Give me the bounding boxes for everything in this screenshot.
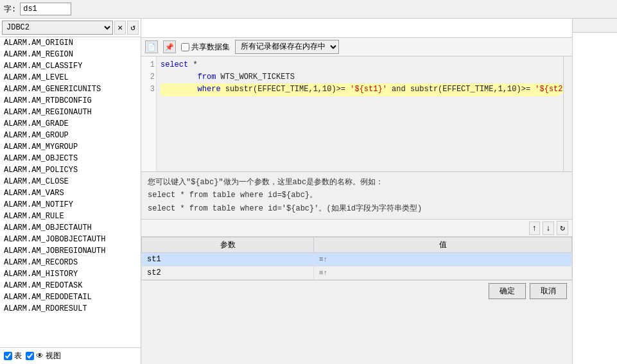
- table-item[interactable]: ALARM.AM_OBJECTAUTH: [0, 222, 141, 234]
- cancel-button[interactable]: 取消: [530, 283, 567, 299]
- table-item[interactable]: ALARM.AM_OBJECTS: [0, 153, 141, 164]
- table-item[interactable]: ALARM.AM_GRADE: [0, 118, 141, 130]
- param-name: st1: [142, 253, 314, 266]
- table-item[interactable]: ALARM.AM_CLOSE: [0, 176, 141, 187]
- col-header-value: 值: [314, 238, 572, 253]
- datasource-select[interactable]: JDBC2: [2, 21, 113, 35]
- param-name: st2: [142, 266, 314, 280]
- table-item[interactable]: ALARM.AM_GROUP: [0, 130, 141, 141]
- table-item[interactable]: ALARM.AM_REDOTASK: [0, 280, 141, 291]
- table-row[interactable]: st1≡↑: [142, 253, 572, 266]
- tools-icon[interactable]: ✕: [114, 21, 126, 35]
- confirm-button[interactable]: 确定: [489, 283, 526, 299]
- sql-editor-container: 1 2 3 select * from WTS_WORK_TICKETS whe…: [141, 56, 572, 172]
- table-item[interactable]: ALARM.AM_POLICYS: [0, 164, 141, 176]
- datasource-bar: JDBC2 ✕ ↺: [0, 19, 141, 37]
- refresh-icon[interactable]: ↺: [127, 21, 139, 35]
- down-icon[interactable]: ↓: [543, 221, 554, 235]
- table-item[interactable]: ALARM.AM_RULE: [0, 211, 141, 222]
- param-value[interactable]: ≡↑: [314, 253, 572, 266]
- param-toolbar: ↑ ↓ ↻: [141, 220, 572, 237]
- col-header-name: 参数: [142, 238, 314, 253]
- checkbox-table[interactable]: 表: [4, 351, 22, 361]
- top-bar: 字:: [0, 0, 617, 19]
- table-item[interactable]: ALARM.AM_VARS: [0, 187, 141, 199]
- table-item[interactable]: ALARM.AM_RTDBCONFIG: [0, 95, 141, 107]
- up-icon[interactable]: ↑: [529, 221, 541, 235]
- editor-toolbar: 📄 📌 共享数据集 所有记录都保存在内存中: [141, 38, 572, 56]
- table-item[interactable]: ALARM.AM_CLASSIFY: [0, 60, 141, 72]
- right-panel: 📄 📌 共享数据集 所有记录都保存在内存中 1 2 3 select * fro…: [141, 19, 572, 364]
- right-edge-header: [573, 19, 617, 33]
- vertical-scrollbar[interactable]: [563, 56, 572, 171]
- table-item[interactable]: ALARM.AM_MYGROUP: [0, 141, 141, 153]
- sql-editor[interactable]: select * from WTS_WORK_TICKETS where sub…: [157, 56, 563, 171]
- table-item[interactable]: ALARM.AM_GENERICUNITS: [0, 83, 141, 95]
- bottom-bar: 确定 取消: [141, 280, 572, 302]
- table-list: ALARM.AM_ORIGINALARM.AM_REGIONALARM.AM_C…: [0, 37, 141, 347]
- info-text: 您可以键入"${abc}"做为一个参数，这里abc是参数的名称。例如： sele…: [141, 172, 572, 220]
- table-item[interactable]: ALARM.AM_REGIONAUTH: [0, 107, 141, 118]
- refresh-param-icon[interactable]: ↻: [557, 221, 568, 235]
- table-item[interactable]: ALARM.AM_JOBREGIONAUTH: [0, 245, 141, 257]
- doc-icon[interactable]: 📄: [145, 40, 158, 53]
- zi-input[interactable]: [20, 3, 71, 15]
- line-numbers: 1 2 3: [141, 56, 157, 171]
- table-item[interactable]: ALARM.AM_REGION: [0, 49, 141, 60]
- left-bottom: 表 👁 视图: [0, 347, 141, 364]
- table-item[interactable]: ALARM.AM_ORIGIN: [0, 37, 141, 49]
- param-table: 参数 值 st1≡↑st2≡↑: [141, 237, 572, 280]
- table-item[interactable]: ALARM.AM_RECORDS: [0, 257, 141, 268]
- left-panel: JDBC2 ✕ ↺ ALARM.AM_ORIGINALARM.AM_REGION…: [0, 19, 141, 364]
- table-item[interactable]: ALARM.AM_NOTIFY: [0, 199, 141, 211]
- table-item[interactable]: ALARM.AM_HISTORY: [0, 268, 141, 280]
- checkbox-view[interactable]: 👁 视图: [26, 351, 61, 361]
- param-area: ↑ ↓ ↻ 参数 值 st1≡↑st2≡↑: [141, 220, 572, 280]
- right-edge: [572, 19, 617, 364]
- table-item[interactable]: ALARM.AM_REDODETAIL: [0, 291, 141, 303]
- zi-label: 字:: [4, 4, 16, 15]
- table-row[interactable]: st2≡↑: [142, 266, 572, 280]
- spreadsheet-area: [141, 19, 572, 38]
- pin-icon[interactable]: 📌: [163, 40, 176, 53]
- table-item[interactable]: ALARM.AM_RDORESULT: [0, 303, 141, 315]
- param-value[interactable]: ≡↑: [314, 266, 572, 280]
- table-item[interactable]: ALARM.AM_JOBOBJECTAUTH: [0, 234, 141, 245]
- table-item[interactable]: ALARM.AM_LEVEL: [0, 72, 141, 83]
- share-checkbox[interactable]: 共享数据集: [181, 42, 230, 53]
- memory-select[interactable]: 所有记录都保存在内存中: [235, 40, 339, 54]
